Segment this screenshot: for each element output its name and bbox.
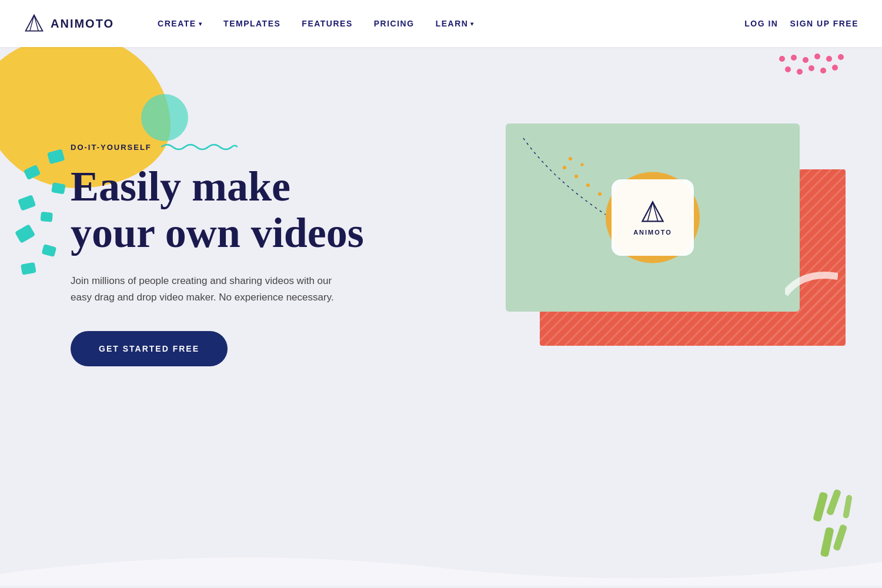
pink-dots-decoration	[776, 53, 847, 91]
svg-rect-9	[42, 244, 57, 257]
video-card: ANIMOTO	[506, 123, 835, 335]
logo[interactable]: ANIMOTO	[24, 13, 114, 34]
svg-point-13	[803, 57, 808, 63]
svg-point-21	[832, 65, 838, 71]
nav-templates[interactable]: TEMPLATES	[215, 13, 289, 34]
svg-line-29	[653, 202, 658, 221]
svg-point-17	[785, 66, 791, 72]
svg-line-30	[647, 202, 653, 221]
logo-text: ANIMOTO	[51, 17, 114, 31]
svg-point-18	[797, 69, 803, 75]
svg-rect-10	[21, 262, 36, 275]
cta-button[interactable]: GET STARTED FREE	[71, 331, 228, 366]
navbar: ANIMOTO CREATE ▾ TEMPLATES FEATURES PRIC…	[0, 0, 882, 47]
svg-point-15	[826, 56, 832, 62]
svg-marker-28	[642, 202, 663, 221]
svg-rect-6	[18, 195, 36, 211]
svg-line-2	[30, 15, 34, 31]
svg-point-22	[563, 166, 566, 169]
svg-rect-3	[47, 149, 65, 164]
hero-section: DO-IT-YOURSELF Easily make your own vide…	[0, 47, 882, 588]
svg-rect-5	[51, 182, 66, 195]
wavy-line-decoration	[161, 141, 238, 153]
svg-point-23	[574, 175, 578, 178]
svg-point-19	[808, 65, 814, 71]
svg-point-16	[838, 54, 844, 60]
chevron-down-icon: ▾	[199, 21, 203, 27]
animoto-logo-card: ANIMOTO	[612, 179, 694, 256]
teal-circle-decoration	[141, 94, 188, 141]
svg-point-14	[814, 54, 820, 59]
video-preview: ANIMOTO	[506, 123, 835, 335]
animoto-logo-icon	[639, 199, 667, 225]
svg-point-24	[586, 183, 590, 187]
chevron-down-icon-2: ▾	[470, 21, 475, 27]
nav-create[interactable]: CREATE ▾	[149, 13, 211, 34]
nav-right: LOG IN SIGN UP FREE	[744, 19, 858, 28]
svg-rect-7	[41, 212, 53, 222]
svg-point-12	[791, 55, 797, 61]
video-green-card: ANIMOTO	[506, 123, 800, 312]
svg-rect-35	[833, 524, 847, 552]
nav-links: CREATE ▾ TEMPLATES FEATURES PRICING LEAR…	[149, 13, 744, 34]
svg-marker-0	[26, 15, 43, 31]
green-brush-decoration	[811, 486, 870, 570]
hero-content: DO-IT-YOURSELF Easily make your own vide…	[71, 141, 364, 366]
bottom-wave	[0, 539, 882, 588]
svg-point-26	[569, 157, 572, 161]
svg-point-25	[598, 192, 602, 196]
nav-learn[interactable]: LEARN ▾	[427, 13, 483, 34]
logo-icon	[24, 13, 45, 34]
svg-rect-34	[820, 527, 834, 557]
svg-rect-33	[843, 495, 853, 519]
animoto-center-label: ANIMOTO	[633, 229, 672, 236]
svg-rect-4	[24, 165, 41, 180]
login-button[interactable]: LOG IN	[744, 19, 778, 28]
svg-point-11	[779, 56, 785, 62]
svg-rect-32	[826, 489, 842, 516]
signup-button[interactable]: SIGN UP FREE	[790, 19, 858, 28]
svg-point-20	[820, 68, 826, 74]
svg-point-27	[581, 163, 584, 166]
hero-description: Join millions of people creating and sha…	[71, 273, 353, 305]
nav-features[interactable]: FEATURES	[293, 13, 360, 34]
nav-pricing[interactable]: PRICING	[366, 13, 423, 34]
white-swoosh-decoration	[785, 265, 838, 300]
svg-rect-31	[813, 492, 828, 522]
svg-line-1	[34, 15, 38, 31]
hero-title: Easily make your own videos	[71, 163, 364, 256]
hero-subtitle: DO-IT-YOURSELF	[71, 141, 364, 153]
svg-rect-8	[15, 224, 35, 243]
